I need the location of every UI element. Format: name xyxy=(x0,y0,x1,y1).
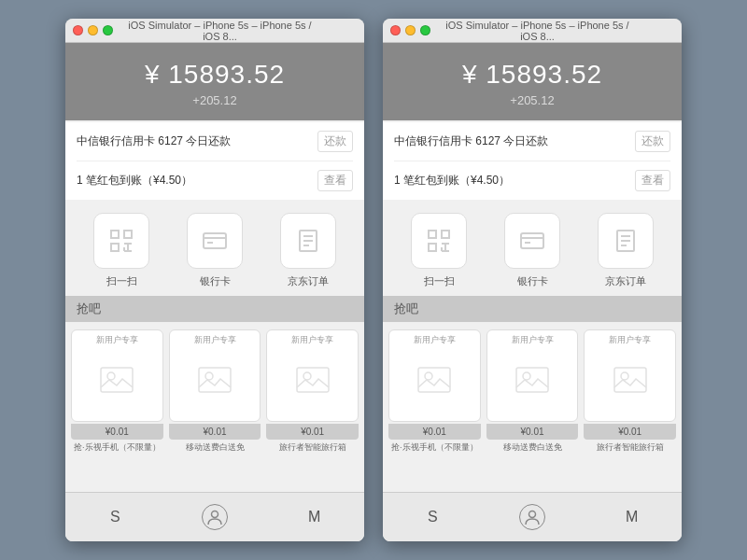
card-box-1-left: 新用户专享 xyxy=(169,329,261,422)
nav-item-person-left[interactable] xyxy=(196,500,233,534)
window-controls-right xyxy=(390,25,430,35)
title-bar-right: iOS Simulator – iPhone 5s – iPhone 5s / … xyxy=(383,19,682,43)
icon-label-scan-left: 扫一扫 xyxy=(106,274,137,288)
simulator-window-right: iOS Simulator – iPhone 5s – iPhone 5s / … xyxy=(383,19,682,541)
nav-item-person-right[interactable] xyxy=(514,500,551,534)
title-bar-text-right: iOS Simulator – iPhone 5s – iPhone 5s / … xyxy=(438,20,637,42)
svg-rect-35 xyxy=(418,368,450,392)
minimize-button[interactable] xyxy=(88,25,98,35)
title-bar-text-left: iOS Simulator – iPhone 5s – iPhone 5s / … xyxy=(120,20,319,42)
title-bar-left: iOS Simulator – iPhone 5s – iPhone 5s / … xyxy=(65,19,364,43)
card-top-label-0-right: 新用户专享 xyxy=(389,334,480,346)
svg-rect-18 xyxy=(297,368,329,392)
balance-amount-right: ¥ 15893.52 xyxy=(383,60,682,90)
simulator-window-left: iOS Simulator – iPhone 5s – iPhone 5s / … xyxy=(65,19,364,541)
card-title-1-right: 移动送费白送免 xyxy=(503,442,562,454)
balance-change-right: +205.12 xyxy=(383,93,682,107)
maximize-button[interactable] xyxy=(103,25,113,35)
notification-text-1-left: 1 笔红包到账（¥4.50） xyxy=(77,173,192,189)
card-price-2-right: ¥0.01 xyxy=(584,424,676,440)
balance-amount-left: ¥ 15893.52 xyxy=(65,60,364,90)
card-box-2-right: 新用户专享 xyxy=(584,329,676,422)
svg-rect-22 xyxy=(442,231,449,238)
card-item-0-right[interactable]: 新用户专享 ¥0.01 抢·乐视手机（不限量） xyxy=(388,329,481,453)
icon-label-order-left: 京东订单 xyxy=(288,274,329,288)
icon-item-card-right[interactable]: 银行卡 xyxy=(504,213,560,288)
svg-point-40 xyxy=(621,372,628,380)
svg-rect-14 xyxy=(101,368,133,392)
svg-point-19 xyxy=(303,372,311,380)
notification-row-0-right: 中信银行信用卡 6127 今日还款 还款 xyxy=(394,122,670,161)
card-title-0-left: 抢·乐视手机（不限量） xyxy=(74,442,161,454)
notifications-right: 中信银行信用卡 6127 今日还款 还款 1 笔红包到账（¥4.50） 查看 xyxy=(383,122,682,200)
person-icon-left xyxy=(202,504,228,530)
phone-screen-left: ¥ 15893.52 +205.12 中信银行信用卡 6127 今日还款 还款 … xyxy=(65,43,364,541)
nav-item-m-left[interactable]: M xyxy=(296,500,333,534)
notification-action-1-right[interactable]: 查看 xyxy=(635,170,670,191)
nav-item-m-right[interactable]: M xyxy=(613,500,651,534)
svg-rect-0 xyxy=(111,231,119,238)
svg-rect-37 xyxy=(516,368,548,392)
notification-action-1-left[interactable]: 查看 xyxy=(317,170,353,191)
phone-screen-right: ¥ 15893.52 +205.12 中信银行信用卡 6127 今日还款 还款 … xyxy=(383,43,682,541)
icon-grid-right: 扫一扫 银行卡 xyxy=(383,200,682,296)
card-item-2-right[interactable]: 新用户专享 ¥0.01 旅行者智能旅行箱 xyxy=(584,329,676,453)
svg-point-17 xyxy=(205,372,213,380)
notification-action-0-right[interactable]: 还款 xyxy=(635,131,670,152)
card-item-1-right[interactable]: 新用户专享 ¥0.01 移动送费白送免 xyxy=(486,329,579,453)
card-price-1-left: ¥0.01 xyxy=(169,424,261,440)
icon-label-card-right: 银行卡 xyxy=(517,274,548,288)
icon-item-scan-left[interactable]: 扫一扫 xyxy=(93,213,149,288)
nav-label-s-left: S xyxy=(110,509,120,525)
notification-row-1-left: 1 笔红包到账（¥4.50） 查看 xyxy=(77,161,353,200)
close-button[interactable] xyxy=(73,25,83,35)
notification-action-0-left[interactable]: 还款 xyxy=(317,131,353,152)
svg-point-38 xyxy=(523,372,530,380)
card-title-2-right: 旅行者智能旅行箱 xyxy=(597,442,664,454)
notifications-left: 中信银行信用卡 6127 今日还款 还款 1 笔红包到账（¥4.50） 查看 xyxy=(65,122,364,200)
bottom-nav-left: S M xyxy=(65,492,364,541)
card-box-1-right: 新用户专享 xyxy=(486,329,579,422)
svg-point-20 xyxy=(211,511,218,518)
svg-rect-2 xyxy=(111,244,119,251)
svg-point-41 xyxy=(529,511,535,518)
card-top-label-1-left: 新用户专享 xyxy=(170,334,261,346)
card-item-2-left[interactable]: 新用户专享 ¥0.01 旅行者智能旅行箱 xyxy=(266,329,359,453)
card-box-2-left: 新用户专享 xyxy=(266,329,359,422)
icon-box-scan-right xyxy=(411,213,467,269)
icon-box-scan-left xyxy=(93,213,149,269)
svg-rect-1 xyxy=(124,231,132,238)
notification-text-1-right: 1 笔红包到账（¥4.50） xyxy=(394,173,510,189)
maximize-button-right[interactable] xyxy=(420,25,430,35)
minimize-button-right[interactable] xyxy=(405,25,416,35)
icon-item-order-left[interactable]: 京东订单 xyxy=(280,213,336,288)
card-top-label-0-left: 新用户专享 xyxy=(72,334,162,346)
card-top-label-2-right: 新用户专享 xyxy=(585,334,675,346)
icon-label-scan-right: 扫一扫 xyxy=(424,274,455,288)
card-item-1-left[interactable]: 新用户专享 ¥0.01 移动送费白送免 xyxy=(169,329,261,453)
card-item-0-left[interactable]: 新用户专享 ¥0.01 抢·乐视手机（不限量） xyxy=(71,329,163,453)
card-top-label-2-left: 新用户专享 xyxy=(267,334,358,346)
nav-item-s-left[interactable]: S xyxy=(96,500,134,534)
svg-rect-16 xyxy=(199,368,231,392)
nav-item-s-right[interactable]: S xyxy=(414,500,451,534)
svg-rect-39 xyxy=(614,368,646,392)
icon-label-order-right: 京东订单 xyxy=(605,274,646,288)
card-title-1-left: 移动送费白送免 xyxy=(186,442,245,454)
svg-rect-23 xyxy=(429,244,436,251)
card-title-0-right: 抢·乐视手机（不限量） xyxy=(391,442,478,454)
icon-item-scan-right[interactable]: 扫一扫 xyxy=(411,213,467,288)
card-price-0-left: ¥0.01 xyxy=(71,424,163,440)
icon-label-card-left: 银行卡 xyxy=(200,274,231,288)
icon-item-order-right[interactable]: 京东订单 xyxy=(598,213,654,288)
balance-section-right: ¥ 15893.52 +205.12 xyxy=(383,43,682,120)
cards-grid-right: 新用户专享 ¥0.01 抢·乐视手机（不限量） 新用户专享 xyxy=(383,322,682,460)
card-price-0-right: ¥0.01 xyxy=(388,424,481,440)
section-header-right: 抢吧 xyxy=(383,296,682,322)
icon-item-card-left[interactable]: 银行卡 xyxy=(187,213,243,288)
icon-grid-left: 扫一扫 银行卡 xyxy=(65,200,364,296)
window-controls-left xyxy=(73,25,113,35)
close-button-right[interactable] xyxy=(390,25,401,35)
card-box-0-left: 新用户专享 xyxy=(71,329,163,422)
notification-row-0-left: 中信银行信用卡 6127 今日还款 还款 xyxy=(77,122,353,161)
